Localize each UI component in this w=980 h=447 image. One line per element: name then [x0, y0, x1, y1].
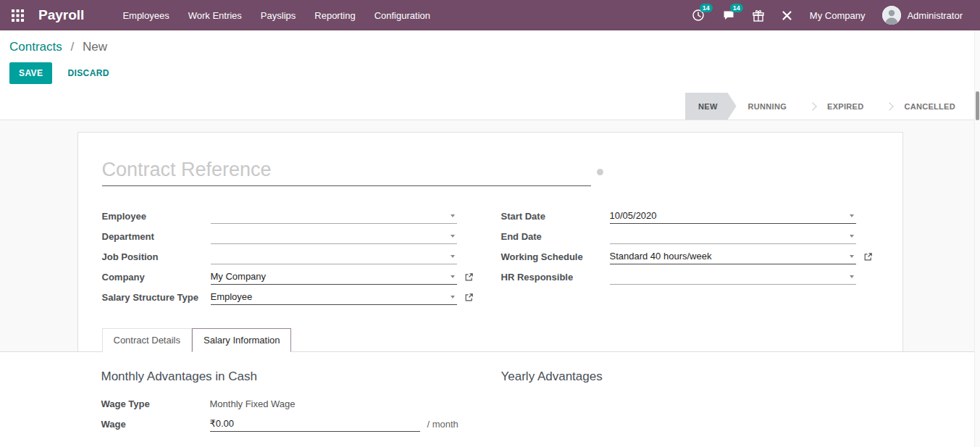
end-date-field[interactable] [610, 228, 856, 244]
discard-button[interactable]: DISCARD [58, 62, 118, 84]
gift-icon [753, 9, 764, 22]
messages-badge: 14 [730, 4, 743, 12]
main-menu: Employees Work Entries Payslips Reportin… [114, 1, 438, 30]
start-date-field[interactable]: 10/05/2020 [610, 208, 856, 224]
dropdown-caret-icon [451, 275, 455, 278]
wage-type-label: Wage Type [101, 398, 210, 409]
field-group: Employee Department [102, 208, 879, 309]
wage-label: Wage [101, 419, 210, 430]
yearly-advantages-section: Yearly Advantages [501, 369, 879, 436]
statusbar: NEW RUNNING EXPIRED CANCELLED [0, 93, 980, 120]
apps-menu-button[interactable] [7, 5, 28, 26]
breadcrumb-contracts-link[interactable]: Contracts [9, 40, 62, 54]
status-step-running[interactable]: RUNNING [737, 93, 798, 120]
action-buttons: SAVE DISCARD [9, 62, 980, 84]
breadcrumb-current: New [83, 40, 107, 54]
yearly-advantages-heading: Yearly Advantages [501, 369, 879, 384]
status-dot [597, 169, 603, 175]
salary-structure-type-field[interactable]: Employee [211, 289, 457, 305]
monthly-advantages-section: Monthly Advantages in Cash Wage Type Mon… [101, 369, 479, 436]
dropdown-caret-icon [451, 235, 455, 238]
tab-salary-information[interactable]: Salary Information [192, 328, 292, 352]
wage-suffix: / month [427, 419, 458, 430]
menu-work-entries[interactable]: Work Entries [180, 1, 250, 30]
menu-reporting[interactable]: Reporting [306, 1, 363, 30]
start-date-label: Start Date [501, 211, 610, 222]
employee-label: Employee [102, 211, 211, 222]
right-column: Start Date 10/05/2020 End Date [501, 208, 879, 309]
vertical-scrollbar[interactable] [974, 30, 980, 447]
user-menu[interactable]: Administrator [875, 0, 970, 30]
top-navbar: Payroll Employees Work Entries Payslips … [0, 0, 980, 30]
breadcrumb-separator: / [70, 40, 74, 54]
status-step-cancelled[interactable]: CANCELLED [875, 93, 967, 120]
notebook-tabs: Contract Details Salary Information [102, 328, 879, 351]
user-name: Administrator [907, 10, 963, 21]
activities-badge: 14 [700, 4, 713, 12]
control-panel: Contracts / New SAVE DISCARD [0, 30, 980, 84]
sheet-zone: Employee Department [0, 120, 980, 352]
external-link-icon[interactable] [464, 272, 474, 282]
scrollbar-thumb[interactable] [976, 91, 979, 120]
dropdown-caret-icon [451, 214, 455, 217]
title-row [102, 157, 879, 186]
tools-icon [782, 10, 792, 21]
company-field[interactable]: My Company [211, 269, 457, 285]
employee-field[interactable] [211, 208, 457, 224]
company-switcher[interactable]: My Company [803, 4, 873, 27]
contract-form-sheet: Employee Department [78, 132, 903, 351]
company-value: My Company [211, 271, 267, 282]
messages-button[interactable]: 14 [715, 3, 742, 28]
salary-information-panel: Monthly Advantages in Cash Wage Type Mon… [0, 352, 980, 447]
activities-button[interactable]: 14 [684, 3, 712, 28]
rewards-button[interactable] [745, 4, 771, 28]
dropdown-caret-icon [451, 255, 455, 258]
working-schedule-field[interactable]: Standard 40 hours/week [610, 248, 856, 264]
start-date-value: 10/05/2020 [610, 210, 657, 221]
salary-structure-type-label: Salary Structure Type [102, 292, 211, 303]
dropdown-caret-icon [850, 275, 854, 278]
user-avatar [882, 6, 901, 25]
breadcrumb: Contracts / New [9, 40, 980, 54]
department-label: Department [102, 231, 211, 242]
dropdown-caret-icon [451, 296, 455, 298]
dropdown-caret-icon [850, 214, 854, 217]
menu-payslips[interactable]: Payslips [253, 1, 303, 30]
salary-structure-type-value: Employee [211, 291, 253, 302]
monthly-advantages-heading: Monthly Advantages in Cash [101, 369, 479, 384]
external-link-icon[interactable] [464, 293, 474, 302]
wage-input[interactable]: ₹0.00 [210, 416, 420, 432]
wage-value: ₹0.00 [210, 418, 235, 429]
job-position-label: Job Position [102, 251, 211, 262]
job-position-field[interactable] [211, 248, 457, 264]
content-area: Employee Department [0, 120, 980, 447]
company-label: Company [102, 272, 211, 283]
app-title[interactable]: Payroll [38, 7, 84, 23]
hr-responsible-label: HR Responsible [501, 272, 610, 283]
working-schedule-value: Standard 40 hours/week [610, 251, 712, 262]
working-schedule-label: Working Schedule [501, 251, 610, 262]
department-field[interactable] [211, 228, 457, 244]
contract-reference-input[interactable] [102, 157, 591, 186]
dropdown-caret-icon [850, 235, 854, 238]
wage-type-value: Monthly Fixed Wage [210, 398, 296, 409]
external-link-icon[interactable] [863, 252, 873, 262]
status-step-new[interactable]: NEW [685, 93, 737, 120]
end-date-label: End Date [501, 231, 610, 242]
systray: 14 14 My Company [684, 0, 970, 30]
hr-responsible-field[interactable] [610, 269, 856, 285]
menu-configuration[interactable]: Configuration [367, 1, 438, 30]
save-button[interactable]: SAVE [9, 62, 52, 84]
dropdown-caret-icon [850, 255, 854, 258]
status-step-expired[interactable]: EXPIRED [798, 93, 875, 120]
menu-employees[interactable]: Employees [114, 1, 177, 30]
left-column: Employee Department [102, 208, 479, 309]
tools-button[interactable] [774, 4, 800, 27]
apps-grid-icon [12, 9, 24, 22]
person-icon [882, 6, 901, 25]
tab-contract-details[interactable]: Contract Details [102, 328, 192, 352]
